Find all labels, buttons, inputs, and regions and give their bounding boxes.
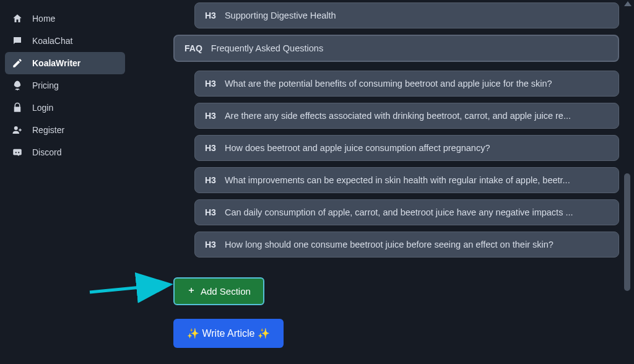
heading-text: Frequently Asked Questions — [211, 43, 323, 53]
heading-tag: H3 — [205, 79, 216, 89]
outline-h3-question[interactable]: H3What improvements can be expected in s… — [194, 167, 619, 193]
nav-register[interactable]: Register — [5, 119, 125, 141]
nav-koalachat[interactable]: KoalaChat — [5, 30, 125, 52]
nav-login[interactable]: Login — [5, 97, 125, 119]
heading-text: Are there any side effects associated wi… — [225, 111, 571, 121]
outline-h3-digestive[interactable]: H3 Supporting Digestive Health — [194, 2, 619, 28]
nav-discord[interactable]: Discord — [5, 141, 125, 163]
outline-h3-question[interactable]: H3How long should one consume beetroot j… — [194, 232, 619, 258]
heading-tag: FAQ — [185, 43, 202, 53]
scroll-up-icon[interactable] — [624, 1, 632, 6]
heading-tag: H3 — [205, 143, 216, 153]
nav-label: KoalaWriter — [32, 58, 80, 68]
home-icon — [11, 13, 24, 24]
heading-text: How long should one consume beetroot jui… — [225, 240, 554, 249]
outline-h3-question[interactable]: H3Can daily consumption of apple, carrot… — [194, 199, 619, 225]
chat-icon — [11, 35, 24, 46]
heading-text: Can daily consumption of apple, carrot, … — [225, 207, 573, 217]
heading-text: Supporting Digestive Health — [225, 11, 336, 20]
heading-tag: H3 — [205, 11, 216, 20]
write-article-button[interactable]: ✨ Write Article ✨ — [173, 319, 284, 348]
add-section-label: Add Section — [201, 286, 251, 297]
rocket-icon — [11, 80, 24, 91]
nav-label: Register — [32, 125, 64, 135]
main-content: H3 Supporting Digestive Health FAQ Frequ… — [173, 0, 619, 364]
nav-label: Discord — [32, 147, 61, 157]
outline-faq[interactable]: FAQ Frequently Asked Questions — [173, 35, 619, 62]
discord-icon — [11, 147, 24, 158]
write-article-label: ✨ Write Article ✨ — [187, 328, 270, 339]
plus-icon — [187, 286, 196, 297]
nav-label: Login — [32, 103, 53, 113]
nav-label: KoalaChat — [32, 36, 72, 46]
heading-text: What improvements can be expected in ski… — [225, 175, 570, 185]
nav-label: Home — [32, 14, 55, 24]
scrollbar-thumb[interactable] — [624, 173, 630, 291]
heading-text: What are the potential benefits of consu… — [225, 79, 552, 89]
lock-icon — [11, 102, 24, 113]
outline-h3-question[interactable]: H3What are the potential benefits of con… — [194, 71, 619, 97]
nav-koalawriter[interactable]: KoalaWriter — [5, 52, 125, 74]
add-section-button[interactable]: Add Section — [173, 277, 264, 305]
sidebar: Home KoalaChat KoalaWriter Pricing Login… — [0, 0, 130, 364]
heading-tag: H3 — [205, 175, 216, 185]
edit-icon — [11, 58, 24, 69]
heading-text: How does beetroot and apple juice consum… — [225, 143, 490, 153]
heading-tag: H3 — [205, 240, 216, 249]
heading-tag: H3 — [205, 111, 216, 121]
nav-label: Pricing — [32, 80, 59, 90]
user-plus-icon — [11, 124, 24, 136]
heading-tag: H3 — [205, 207, 216, 217]
nav-home[interactable]: Home — [5, 7, 125, 30]
outline-h3-question[interactable]: H3How does beetroot and apple juice cons… — [194, 135, 619, 161]
nav-pricing[interactable]: Pricing — [5, 74, 125, 97]
outline-h3-question[interactable]: H3Are there any side effects associated … — [194, 103, 619, 129]
